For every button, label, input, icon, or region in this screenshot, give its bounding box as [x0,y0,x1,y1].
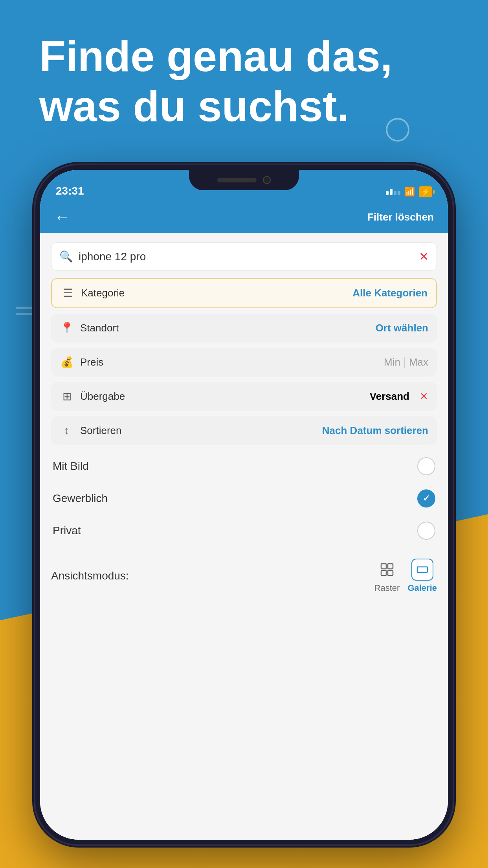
battery-icon: ⚡ [419,186,432,197]
checkbox-row-privat: Privat [51,515,437,547]
ubergabe-value: Versand [370,390,409,403]
galerie-label: Galerie [407,583,437,593]
phone-frame: 23:31 📶 ⚡ ← Filter löschen 🔍 [35,165,453,844]
svg-rect-0 [381,564,386,569]
svg-rect-4 [417,567,427,572]
checkbox-gewerblich-label: Gewerblich [53,492,411,505]
headline: Finde genau das, was du suchst. [39,31,449,131]
signal-bars [386,189,400,195]
search-clear-button[interactable]: ✕ [419,250,429,263]
preis-range: Min Max [384,356,428,368]
sortieren-filter-row[interactable]: ↕ Sortieren Nach Datum sortieren [51,416,437,445]
sortieren-label: Sortieren [80,425,316,437]
preis-min[interactable]: Min [384,356,400,368]
preis-max[interactable]: Max [409,356,428,368]
checkbox-row-gewerblich: Gewerblich [51,482,437,515]
front-camera [263,176,271,184]
preis-label: Preis [80,356,378,368]
sortieren-icon: ↕ [60,424,74,437]
wifi-icon: 📶 [404,187,415,197]
ubergabe-clear-button[interactable]: ✕ [420,390,428,403]
filter-section: ☰ Kategorie Alle Kategorien 📍 Standort O… [51,278,437,445]
svg-rect-2 [381,570,386,576]
checkbox-mitbild[interactable] [417,457,435,475]
ubergabe-filter-row[interactable]: ⊞ Übergabe Versand ✕ [51,382,437,411]
signal-bar-4 [398,191,400,195]
raster-icon [376,559,398,581]
preis-filter-row[interactable]: 💰 Preis Min Max [51,348,437,377]
standort-value[interactable]: Ort wählen [376,322,428,334]
kategorie-filter-row[interactable]: ☰ Kategorie Alle Kategorien [51,278,437,308]
app-content: 🔍 iphone 12 pro ✕ ☰ Kategorie Alle Kateg… [40,233,448,840]
filter-loeschen-button[interactable]: Filter löschen [367,211,434,223]
signal-bar-1 [386,191,389,195]
search-input[interactable]: iphone 12 pro [79,250,413,263]
preis-icon: 💰 [60,356,74,369]
status-icons: 📶 ⚡ [386,186,432,197]
kategorie-icon: ☰ [61,287,75,300]
speaker [217,178,257,182]
signal-bar-3 [394,191,396,195]
deco-circle [386,118,409,142]
view-mode-label: Ansichtsmodus: [51,570,368,582]
view-mode-section: Ansichtsmodus: Raster [40,551,448,601]
view-option-galerie[interactable]: Galerie [407,559,437,593]
checkbox-privat-label: Privat [53,524,411,537]
standort-icon: 📍 [60,322,74,335]
ubergabe-label: Übergabe [80,390,363,403]
sortieren-value[interactable]: Nach Datum sortieren [322,425,428,437]
search-icon: 🔍 [59,250,73,263]
view-mode-options: Raster Galerie [374,559,437,593]
svg-rect-3 [388,570,393,576]
checkbox-gewerblich[interactable] [417,489,435,508]
raster-label: Raster [374,583,400,593]
back-button[interactable]: ← [54,209,70,225]
headline-line1: Finde genau das, [39,31,449,81]
phone-screen: 23:31 📶 ⚡ ← Filter löschen 🔍 [40,170,448,840]
search-bar[interactable]: 🔍 iphone 12 pro ✕ [51,242,437,271]
signal-bar-2 [390,189,393,195]
svg-rect-1 [388,564,393,569]
standort-filter-row[interactable]: 📍 Standort Ort wählen [51,314,437,342]
kategorie-label: Kategorie [81,287,346,299]
galerie-icon [411,559,433,581]
view-option-raster[interactable]: Raster [374,559,400,593]
ubergabe-icon: ⊞ [60,390,74,403]
notch [189,170,299,190]
checkbox-section: Mit Bild Gewerblich Privat [51,450,437,547]
standort-label: Standort [80,322,369,334]
preis-divider [404,357,405,368]
checkbox-privat[interactable] [417,522,435,540]
checkbox-mitbild-label: Mit Bild [53,460,411,473]
checkbox-row-mitbild: Mit Bild [51,450,437,482]
app-nav-bar: ← Filter löschen [40,201,448,233]
kategorie-value[interactable]: Alle Kategorien [352,287,427,299]
